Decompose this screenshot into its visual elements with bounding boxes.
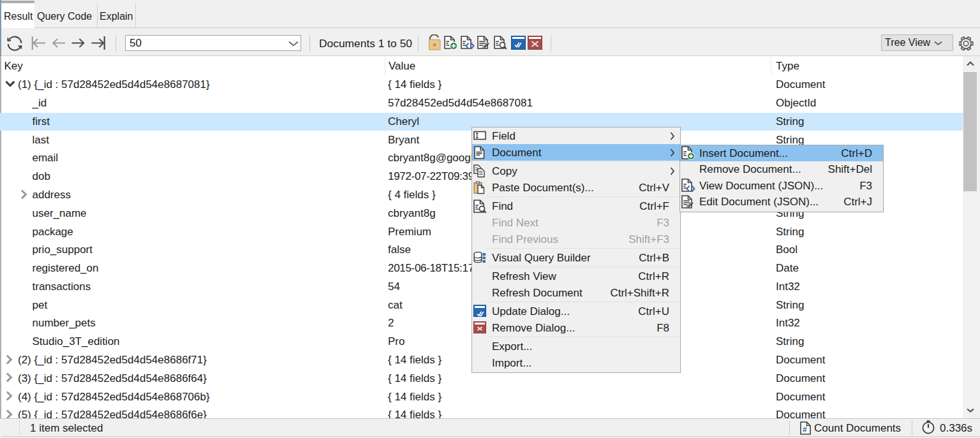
svg-text:#: # bbox=[803, 425, 807, 434]
